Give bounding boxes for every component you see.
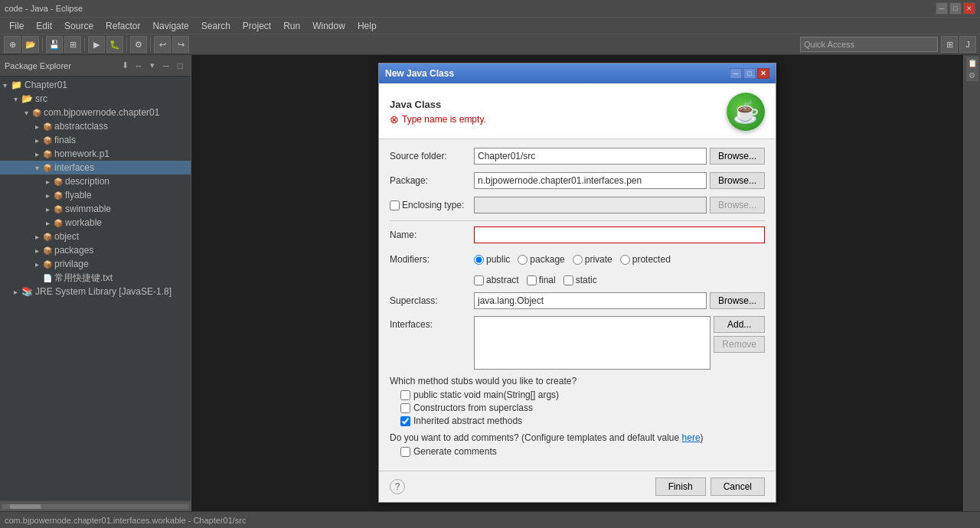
scrollbar-track[interactable] xyxy=(2,504,189,510)
dialog-close-button[interactable]: ✕ xyxy=(757,68,769,79)
open-button[interactable]: 📂 xyxy=(22,36,39,53)
static-checkbox[interactable] xyxy=(564,275,573,285)
name-control xyxy=(474,227,765,243)
source-folder-browse-button[interactable]: Browse... xyxy=(710,148,765,165)
help-button[interactable]: ? xyxy=(390,479,405,494)
check-static[interactable]: static xyxy=(564,275,597,285)
right-panel-icon-1[interactable]: 📋 xyxy=(966,57,978,69)
modifier-package[interactable]: package xyxy=(518,254,564,265)
tree-item-finals[interactable]: ▸ 📦 finals xyxy=(0,133,191,147)
close-window-button[interactable]: ✕ xyxy=(963,2,975,15)
tree-item-swimmable[interactable]: ▸ 📦 swimmable xyxy=(0,202,191,216)
build-button[interactable]: ⚙ xyxy=(130,36,147,53)
modifier-private[interactable]: private xyxy=(573,254,612,265)
new-button[interactable]: ⊕ xyxy=(4,36,21,53)
minimize-button[interactable]: ─ xyxy=(936,2,948,15)
undo-button[interactable]: ↩ xyxy=(154,36,171,53)
enclosing-type-browse-button[interactable]: Browse... xyxy=(710,197,765,213)
maximize-panel-button[interactable]: □ xyxy=(174,60,186,72)
abstract-checkbox[interactable] xyxy=(474,275,484,285)
stub-main[interactable]: public static void main(String[] args) xyxy=(400,389,765,400)
dialog-maximize-button[interactable]: □ xyxy=(743,68,756,79)
menu-navigate[interactable]: Navigate xyxy=(146,19,194,33)
tree-item-workable[interactable]: ▸ 📦 workable xyxy=(0,216,191,230)
package-input[interactable] xyxy=(474,172,707,189)
tree-item-src[interactable]: ▾ 📂 src xyxy=(0,92,191,106)
tree-item-object[interactable]: ▸ 📦 object xyxy=(0,230,191,243)
generate-comments-checkbox[interactable] xyxy=(400,447,410,457)
source-folder-input[interactable] xyxy=(474,148,707,165)
cancel-button[interactable]: Cancel xyxy=(710,477,765,496)
name-label: Name: xyxy=(390,230,474,240)
package-browse-button[interactable]: Browse... xyxy=(710,172,765,189)
horizontal-scrollbar[interactable] xyxy=(0,500,191,511)
stubs-section-title: Which method stubs would you like to cre… xyxy=(390,376,765,386)
menu-edit[interactable]: Edit xyxy=(30,19,58,33)
stub-inherited-checkbox[interactable] xyxy=(400,416,410,426)
collapse-all-button[interactable]: ⬇ xyxy=(119,60,131,72)
tree-item-packages[interactable]: ▸ 📦 packages xyxy=(0,243,191,257)
interfaces-row: Interfaces: Add... Remove xyxy=(390,316,765,370)
link-with-editor-button[interactable]: ↔ xyxy=(132,60,145,72)
remove-interface-button[interactable]: Remove xyxy=(714,336,765,353)
java-perspective[interactable]: J xyxy=(959,36,976,53)
tree-item-shortcuts-file[interactable]: ▸ 📄 常用快捷键.txt xyxy=(0,271,191,285)
name-input[interactable] xyxy=(474,227,765,243)
tree-item-description[interactable]: ▸ 📦 description xyxy=(0,174,191,188)
interfaces-listbox[interactable] xyxy=(474,316,710,370)
menu-source[interactable]: Source xyxy=(58,19,100,33)
package-row: Package: Browse... xyxy=(390,171,765,190)
menu-search[interactable]: Search xyxy=(195,19,237,33)
add-interface-button[interactable]: Add... xyxy=(714,316,765,333)
debug-button[interactable]: 🐛 xyxy=(106,36,123,53)
scrollbar-thumb[interactable] xyxy=(10,504,41,509)
enclosing-type-input[interactable] xyxy=(474,197,707,213)
menu-file[interactable]: File xyxy=(3,19,30,33)
tree-item-flyable[interactable]: ▸ 📦 flyable xyxy=(0,188,191,202)
package-icon: 📦 xyxy=(43,122,52,131)
tree-item-interfaces[interactable]: ▾ 📦 interfaces xyxy=(0,161,191,174)
superclass-input[interactable] xyxy=(474,292,707,309)
generate-comments-row[interactable]: Generate comments xyxy=(390,446,765,457)
menu-run[interactable]: Run xyxy=(277,19,306,33)
tree-item-com-package[interactable]: ▾ 📦 com.bjpowernode.chapter01 xyxy=(0,106,191,119)
tree-item-privilage[interactable]: ▸ 📦 privilage xyxy=(0,257,191,271)
check-abstract[interactable]: abstract xyxy=(474,275,519,285)
stub-main-checkbox[interactable] xyxy=(400,390,410,400)
quick-access-box[interactable]: Quick Access xyxy=(800,37,938,52)
stub-inherited[interactable]: Inherited abstract methods xyxy=(400,416,765,426)
comments-link[interactable]: here xyxy=(682,432,701,443)
stub-constructors-checkbox[interactable] xyxy=(400,403,410,413)
tree-item-chapter01[interactable]: ▾ 📁 Chapter01 xyxy=(0,78,191,92)
check-final[interactable]: final xyxy=(527,275,556,285)
tree-item-jre[interactable]: ▸ 📚 JRE System Library [JavaSE-1.8] xyxy=(0,285,191,298)
menu-project[interactable]: Project xyxy=(237,19,277,33)
tree-item-abstractclass[interactable]: ▸ 📦 abstractclass xyxy=(0,119,191,133)
project-icon: 📁 xyxy=(11,80,22,90)
minimize-panel-button[interactable]: ─ xyxy=(160,60,172,72)
menu-refactor[interactable]: Refactor xyxy=(100,19,146,33)
modifier-protected[interactable]: protected xyxy=(620,254,671,265)
perspectives-button[interactable]: ⊞ xyxy=(941,36,958,53)
menu-window[interactable]: Window xyxy=(306,19,351,33)
dialog-minimize-button[interactable]: ─ xyxy=(730,68,742,79)
final-checkbox[interactable] xyxy=(527,275,537,285)
panel-menu-button[interactable]: ▾ xyxy=(146,60,158,72)
enclosing-type-checkbox[interactable] xyxy=(390,200,400,210)
expand-arrow: ▸ xyxy=(35,246,43,255)
menu-help[interactable]: Help xyxy=(351,19,383,33)
run-button[interactable]: ▶ xyxy=(88,36,105,53)
finish-button[interactable]: Finish xyxy=(655,477,706,496)
save-all-button[interactable]: ⊞ xyxy=(64,36,81,53)
package-explorer-title: Package Explorer xyxy=(5,61,119,70)
maximize-button[interactable]: □ xyxy=(949,2,962,15)
save-button[interactable]: 💾 xyxy=(46,36,63,53)
tree-label-src: src xyxy=(35,93,47,104)
redo-button[interactable]: ↪ xyxy=(172,36,189,53)
superclass-browse-button[interactable]: Browse... xyxy=(710,292,765,309)
right-panel-icon-2[interactable]: ⚙ xyxy=(966,69,978,81)
stub-constructors[interactable]: Constructors from superclass xyxy=(400,403,765,413)
name-row: Name: xyxy=(390,226,765,244)
modifier-public[interactable]: public xyxy=(474,254,510,265)
tree-item-homework[interactable]: ▸ 📦 homework.p1 xyxy=(0,147,191,161)
